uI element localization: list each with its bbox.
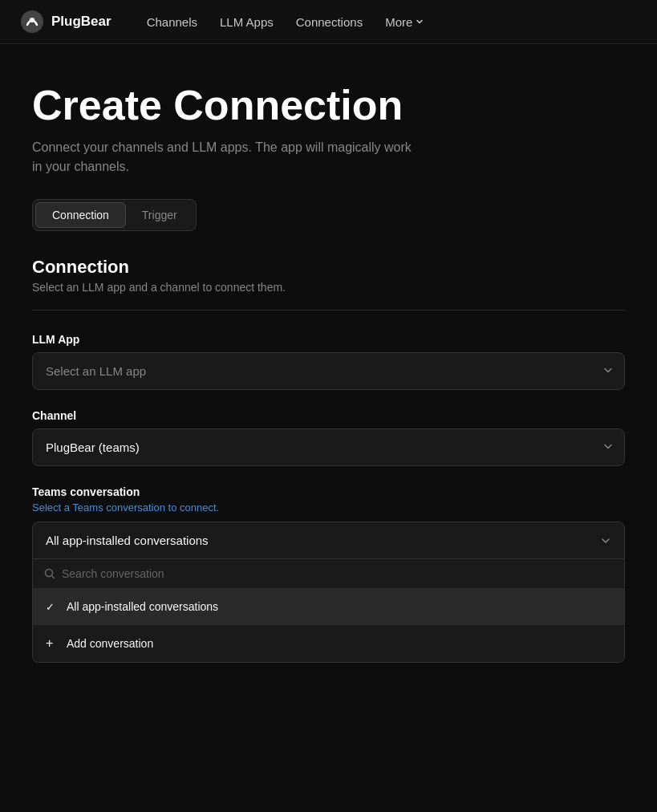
nav-connections[interactable]: Connections: [286, 9, 372, 35]
channel-field-group: Channel PlugBear (teams): [32, 409, 625, 466]
logo-text: PlugBear: [51, 14, 112, 30]
dropdown-item-all-label: All app-installed conversations: [67, 600, 218, 613]
channel-label: Channel: [32, 409, 625, 422]
teams-conversation-group: Teams conversation Select a Teams conver…: [32, 485, 625, 663]
main-content: Create Connection Connect your channels …: [0, 44, 657, 714]
teams-conversation-panel: ✓ All app-installed conversations + Add …: [32, 559, 625, 663]
page-title: Create Connection: [32, 83, 625, 128]
search-input[interactable]: [62, 567, 613, 580]
divider: [32, 310, 625, 311]
page-subtitle: Connect your channels and LLM apps. The …: [32, 138, 417, 177]
llm-app-field-group: LLM App Select an LLM app: [32, 333, 625, 390]
tab-switcher: Connection Trigger: [32, 199, 197, 231]
teams-conversation-label: Teams conversation: [32, 485, 625, 498]
section-subtitle: Select an LLM app and a channel to conne…: [32, 281, 625, 294]
teams-conversation-subtitle: Select a Teams conversation to connect.: [32, 501, 625, 514]
nav-llm-apps[interactable]: LLM Apps: [210, 9, 283, 35]
svg-point-1: [30, 18, 34, 22]
nav-channels[interactable]: Channels: [137, 9, 207, 35]
logo-icon: [19, 9, 45, 35]
teams-conversation-selected: All app-installed conversations: [46, 534, 209, 547]
plus-icon: +: [46, 636, 59, 651]
teams-conversation-chevron-icon: [600, 535, 611, 546]
dropdown-item-add-conversation[interactable]: + Add conversation: [33, 624, 624, 662]
tab-connection[interactable]: Connection: [35, 202, 126, 228]
navbar: PlugBear Channels LLM Apps Connections M…: [0, 0, 657, 44]
chevron-down-icon: [416, 18, 424, 26]
teams-conversation-dropdown: All app-installed conversations ✓: [32, 522, 625, 663]
llm-app-label: LLM App: [32, 333, 625, 346]
channel-select[interactable]: PlugBear (teams): [32, 428, 625, 466]
llm-app-select[interactable]: Select an LLM app: [32, 352, 625, 390]
checkmark-icon: ✓: [46, 601, 59, 613]
teams-conversation-trigger[interactable]: All app-installed conversations: [32, 522, 625, 559]
llm-app-select-wrapper: Select an LLM app: [32, 352, 625, 390]
logo[interactable]: PlugBear: [19, 9, 112, 35]
dropdown-item-add-label: Add conversation: [67, 637, 153, 650]
search-icon: [44, 568, 55, 579]
teams-conversation-search-row: [33, 559, 624, 589]
section-title: Connection: [32, 257, 625, 278]
dropdown-item-all-conversations[interactable]: ✓ All app-installed conversations: [33, 589, 624, 624]
nav-more[interactable]: More: [375, 9, 433, 35]
nav-links: Channels LLM Apps Connections More: [137, 9, 638, 35]
channel-select-wrapper: PlugBear (teams): [32, 428, 625, 466]
tab-trigger[interactable]: Trigger: [126, 202, 193, 228]
